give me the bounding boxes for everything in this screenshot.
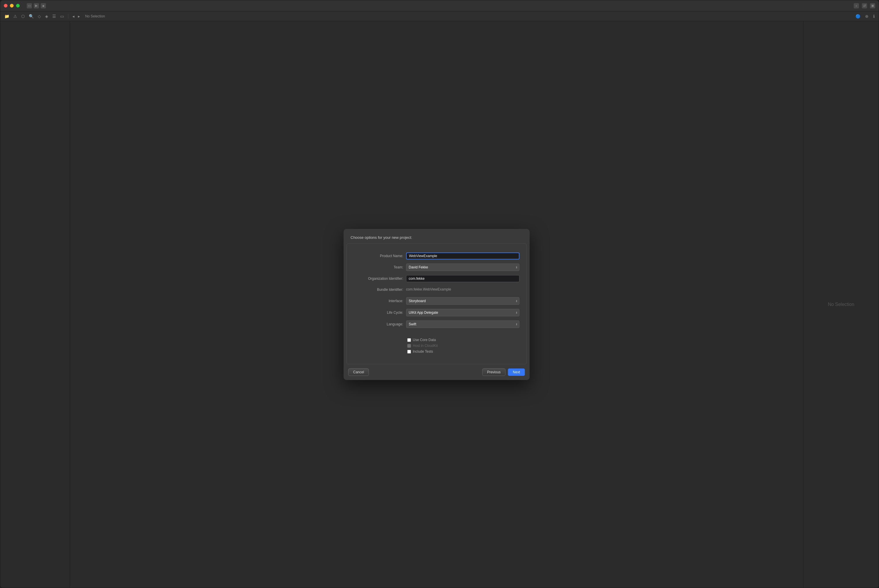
include-tests-row: Include Tests [354, 350, 520, 354]
host-cloudkit-checkbox[interactable] [407, 344, 411, 348]
new-project-dialog: Choose options for your new project: Pro… [344, 229, 530, 380]
nav-prev-icon[interactable]: ◂ [71, 14, 75, 19]
use-core-data-label[interactable]: Use Core Data [413, 338, 436, 342]
ide-window: ▭ ▶ ■ + ⇄ ▣ 📁 ⚠ ⬡ 🔍 ◇ ◈ ☰ [0, 0, 879, 588]
toolbar-right: 🔵 ⊕ ℹ [854, 14, 876, 19]
no-selection-label: No Selection [85, 14, 105, 18]
nav-buttons: Previous Next [482, 368, 525, 376]
team-select-wrapper: David Fekke ⬍ [406, 264, 520, 271]
lifecycle-select-wrapper: UIKit App Delegate SwiftUI App ⬍ [406, 309, 520, 316]
interface-select[interactable]: Storyboard SwiftUI [406, 297, 520, 305]
nav-controls: ◂ ▸ [71, 14, 81, 19]
inspector-icon[interactable]: 🔵 [854, 14, 862, 19]
bundle-identifier-value: com.fekke.WebViewExample [406, 286, 520, 293]
bundle-identifier-label: Bundle Identifier: [354, 288, 406, 292]
lifecycle-row: Life Cycle: UIKit App Delegate SwiftUI A… [354, 309, 520, 316]
include-tests-checkbox[interactable] [407, 350, 411, 354]
folder-icon[interactable]: ▭ [27, 3, 32, 8]
minimize-button[interactable] [10, 4, 14, 8]
title-bar-controls: ▭ ▶ ■ [27, 3, 46, 8]
diamond-icon[interactable]: ◈ [44, 14, 50, 19]
left-sidebar [0, 21, 70, 588]
close-button[interactable] [4, 4, 8, 8]
cancel-button[interactable]: Cancel [348, 368, 369, 376]
include-tests-label[interactable]: Include Tests [413, 350, 433, 354]
team-row: Team: David Fekke ⬍ [354, 264, 520, 271]
spacer [354, 332, 520, 338]
bundle-identifier-row: Bundle Identifier: com.fekke.WebViewExam… [354, 286, 520, 293]
run-button[interactable]: ▶ [34, 3, 39, 8]
next-button[interactable]: Next [508, 368, 525, 376]
search-icon[interactable]: 🔍 [28, 14, 35, 19]
product-name-row: Product Name: [354, 252, 520, 260]
team-label: Team: [354, 265, 406, 269]
lines-icon[interactable]: ☰ [51, 14, 57, 19]
expand-button[interactable]: ⇄ [862, 3, 867, 8]
use-core-data-checkbox[interactable] [407, 338, 411, 342]
team-select[interactable]: David Fekke [406, 264, 520, 271]
interface-label: Interface: [354, 299, 406, 303]
previous-button[interactable]: Previous [482, 368, 506, 376]
org-identifier-input[interactable] [406, 275, 520, 282]
toolbar: 📁 ⚠ ⬡ 🔍 ◇ ◈ ☰ ▭ ◂ ▸ No Selection 🔵 ⊕ ℹ [0, 11, 879, 21]
language-row: Language: Swift Objective-C ⬍ [354, 320, 520, 328]
separator-1 [68, 14, 68, 19]
host-cloudkit-label: Host in CloudKit [413, 344, 438, 348]
host-cloudkit-row: Host in CloudKit [354, 344, 520, 348]
memory-icon[interactable]: ◇ [37, 14, 42, 19]
lifecycle-label: Life Cycle: [354, 310, 406, 315]
dialog-title: Choose options for your new project: [350, 236, 412, 240]
lifecycle-select[interactable]: UIKit App Delegate SwiftUI App [406, 309, 520, 316]
org-identifier-row: Organization Identifier: [354, 275, 520, 282]
right-panel: No Selection [803, 21, 879, 588]
add-button[interactable]: + [854, 3, 859, 8]
center-area: Choose options for your new project: Pro… [70, 21, 803, 588]
title-bar-right: + ⇄ ▣ [854, 3, 875, 8]
interface-select-wrapper: Storyboard SwiftUI ⬍ [406, 297, 520, 305]
right-panel-no-selection: No Selection [828, 302, 854, 307]
dialog-body: Product Name: Team: David Fekke ⬍ [347, 243, 527, 364]
title-bar: ▭ ▶ ■ + ⇄ ▣ [0, 0, 879, 11]
dialog-title-area: Choose options for your new project: [344, 229, 530, 243]
panel-toggle[interactable]: ▣ [870, 3, 875, 8]
language-label: Language: [354, 322, 406, 326]
interface-row: Interface: Storyboard SwiftUI ⬍ [354, 297, 520, 305]
maximize-button[interactable] [16, 4, 20, 8]
language-select-wrapper: Swift Objective-C ⬍ [406, 320, 520, 328]
main-content: Choose options for your new project: Pro… [0, 21, 879, 588]
language-select[interactable]: Swift Objective-C [406, 320, 520, 328]
dialog-overlay: Choose options for your new project: Pro… [70, 21, 803, 588]
breakpoint-icon[interactable]: ⬡ [20, 14, 26, 19]
nav-next-icon[interactable]: ▸ [77, 14, 81, 19]
rect-icon[interactable]: ▭ [59, 14, 65, 19]
use-core-data-row: Use Core Data [354, 338, 520, 342]
info-icon[interactable]: ℹ [872, 14, 876, 19]
navigator-icon[interactable]: 📁 [3, 14, 11, 19]
warning-icon[interactable]: ⚠ [12, 14, 18, 19]
product-name-label: Product Name: [354, 254, 406, 258]
product-name-input[interactable] [406, 252, 520, 260]
help-icon[interactable]: ⊕ [864, 14, 870, 19]
dialog-footer: Cancel Previous Next [344, 364, 530, 380]
org-identifier-label: Organization Identifier: [354, 277, 406, 280]
stop-button[interactable]: ■ [41, 3, 46, 8]
